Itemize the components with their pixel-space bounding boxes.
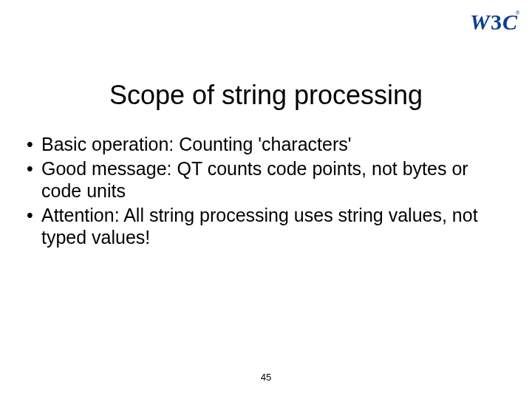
bullet-item: Attention: All string processing uses st… — [22, 204, 504, 249]
w3c-logo-icon: W 3 C ® — [470, 9, 520, 35]
w3c-logo: W 3 C ® — [470, 9, 520, 35]
svg-text:W: W — [470, 10, 491, 34]
svg-text:®: ® — [516, 10, 520, 16]
slide: W 3 C ® Scope of string processing Basic… — [0, 0, 532, 399]
bullet-item: Good message: QT counts code points, not… — [22, 157, 504, 202]
bullet-list: Basic operation: Counting 'characters' G… — [22, 133, 504, 249]
bullet-item: Basic operation: Counting 'characters' — [22, 133, 504, 156]
page-number: 45 — [0, 372, 532, 383]
slide-body: Basic operation: Counting 'characters' G… — [22, 133, 504, 250]
svg-text:3: 3 — [491, 10, 502, 34]
slide-title: Scope of string processing — [0, 80, 532, 111]
